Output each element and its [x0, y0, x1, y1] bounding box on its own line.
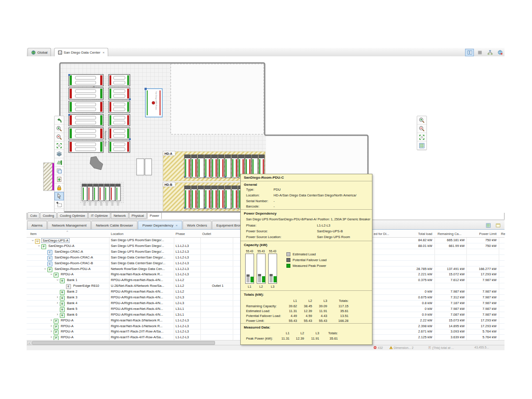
- tree-item[interactable]: CSanDiego-CRAC-A: [43, 250, 106, 255]
- window-view-icon[interactable]: [494, 222, 502, 229]
- hd-rack[interactable]: [184, 186, 191, 209]
- tab-global[interactable]: Global: [27, 48, 51, 56]
- rack-block[interactable]: [109, 114, 130, 126]
- hd-rack[interactable]: [211, 155, 218, 178]
- rack-block[interactable]: [69, 128, 103, 139]
- zoom-in-icon[interactable]: [417, 116, 426, 125]
- cabinet-2[interactable]: [145, 159, 152, 175]
- tree-item[interactable]: ›PRPDU-A: [49, 329, 106, 335]
- col-outlet[interactable]: Outlet: [202, 232, 211, 236]
- collapse-icon[interactable]: ›: [49, 272, 53, 276]
- tree-item[interactable]: ›PSanDiego-Room-PDU-A: [43, 267, 106, 272]
- rack-block[interactable]: [109, 101, 130, 113]
- rack-block[interactable]: [109, 141, 130, 153]
- hierarchy-view-icon[interactable]: [485, 49, 494, 56]
- grid-view-icon[interactable]: [417, 141, 426, 150]
- panel-tab-network-cable-browser[interactable]: Network Cable Browser: [91, 221, 137, 229]
- col-phase[interactable]: Phase: [176, 232, 185, 236]
- ups-room-box[interactable]: San Diego UPS Room: [145, 88, 162, 117]
- hd-rack[interactable]: [184, 155, 191, 178]
- tree-item[interactable]: ›PRPDU-A: [49, 318, 106, 324]
- col-location[interactable]: Location: [111, 232, 123, 236]
- panel-tab-work-orders[interactable]: Work Orders: [183, 221, 211, 229]
- hd-rack[interactable]: [191, 155, 197, 178]
- rack-block[interactable]: [69, 88, 103, 99]
- col-total[interactable]: Total load: [391, 232, 432, 236]
- tree-item[interactable]: ›BBank 6: [55, 313, 106, 318]
- list-view-icon[interactable]: [475, 49, 484, 56]
- layers-icon[interactable]: [55, 150, 64, 158]
- zoom-out-icon[interactable]: [417, 125, 426, 133]
- lock-icon[interactable]: [55, 184, 64, 192]
- expand-icon[interactable]: ›: [49, 324, 53, 328]
- zoom-fit-icon[interactable]: [417, 133, 426, 141]
- zoom-in-icon[interactable]: [55, 125, 64, 133]
- select-icon[interactable]: [55, 192, 64, 200]
- scrollbar-thumb[interactable]: [32, 341, 215, 345]
- col-clipped[interactable]: ed for Di...: [374, 232, 389, 236]
- tree-item[interactable]: ›PRPDU-A: [49, 272, 106, 278]
- rack-block[interactable]: [68, 74, 103, 86]
- rack-block[interactable]: [69, 141, 103, 153]
- scroll-left-arrow-icon[interactable]: ‹: [27, 341, 31, 345]
- split-view-icon[interactable]: [465, 49, 474, 56]
- layer-tab-colo[interactable]: Colo: [27, 212, 39, 219]
- collapse-icon[interactable]: ›: [55, 278, 59, 282]
- tree-item[interactable]: ›PRPDU-A: [49, 324, 106, 329]
- globe-view-icon[interactable]: [496, 49, 505, 56]
- copy-icon[interactable]: [55, 167, 64, 175]
- tree-item[interactable]: ›BBank 1: [55, 278, 106, 283]
- hd-rack[interactable]: [218, 186, 224, 209]
- select-area-icon[interactable]: [55, 200, 64, 209]
- col-limit[interactable]: Power Limit: [463, 232, 497, 236]
- col-item[interactable]: Item: [30, 232, 37, 236]
- zoom-out-icon[interactable]: [55, 133, 64, 141]
- expand-icon[interactable]: ›: [49, 318, 53, 322]
- hd-rack[interactable]: [205, 155, 211, 178]
- hd-rack[interactable]: [218, 155, 224, 178]
- tree-item[interactable]: EPowerEdge R610: [62, 284, 106, 289]
- close-icon[interactable]: ×: [176, 223, 178, 227]
- panel-tab-power-dependency[interactable]: Power Dependency×: [138, 221, 182, 229]
- rack-block[interactable]: [109, 128, 131, 140]
- rack-block[interactable]: [69, 101, 103, 113]
- collapse-icon[interactable]: ›: [31, 239, 35, 243]
- tree-item[interactable]: BBank 5: [55, 307, 106, 312]
- panel-tab-network-management[interactable]: Network Management: [47, 221, 91, 229]
- hd-rack[interactable]: [205, 186, 211, 209]
- layer-tab-cooling-optimize[interactable]: Cooling Optimize: [57, 212, 88, 219]
- layer-tab-power[interactable]: Power: [147, 212, 162, 219]
- rack-block[interactable]: [109, 88, 131, 100]
- tree-item[interactable]: CSanDiego-Room-CRAC-A: [43, 255, 106, 261]
- hd-rack[interactable]: [225, 155, 231, 178]
- paste-icon[interactable]: [55, 175, 64, 184]
- hd-rack[interactable]: [191, 186, 197, 209]
- grid-view-icon[interactable]: [484, 222, 492, 229]
- tree-item[interactable]: ›BBank 4: [55, 301, 106, 306]
- expand-icon[interactable]: ›: [49, 329, 53, 333]
- hd-rack[interactable]: [198, 155, 204, 178]
- close-icon[interactable]: ×: [102, 51, 105, 55]
- expand-icon[interactable]: ›: [49, 335, 53, 339]
- cabinet-1[interactable]: [137, 159, 144, 175]
- tree-item[interactable]: ›PRPDU-A: [49, 335, 106, 340]
- hd-rack[interactable]: [198, 186, 204, 209]
- panel-tab-alarms[interactable]: Alarms: [27, 221, 47, 229]
- expand-icon[interactable]: ›: [55, 301, 59, 305]
- col-remaining[interactable]: Remaining Ca...: [438, 232, 462, 236]
- layer-tab-physical[interactable]: Physical: [129, 212, 147, 219]
- pan-icon[interactable]: [55, 158, 64, 167]
- tree-item[interactable]: ›PSanDiego-PDU-A: [37, 244, 106, 249]
- layer-tab-it-optimize[interactable]: IT Optimize: [88, 212, 110, 219]
- undo-icon[interactable]: [55, 116, 64, 125]
- hd-rack[interactable]: [231, 155, 238, 178]
- layer-tab-cooling[interactable]: Cooling: [40, 212, 56, 219]
- hd-rack[interactable]: [231, 186, 238, 209]
- tree-item[interactable]: BBank 2: [55, 289, 106, 295]
- hd-rack[interactable]: [211, 186, 218, 209]
- tree-item[interactable]: ›BBank 3: [55, 295, 106, 301]
- hd-rack[interactable]: [225, 186, 231, 209]
- rack-block[interactable]: [68, 114, 103, 126]
- layer-tab-network[interactable]: Network: [111, 212, 129, 219]
- tab-san-diego-data-center[interactable]: s San Diego Data Center ×: [54, 48, 108, 56]
